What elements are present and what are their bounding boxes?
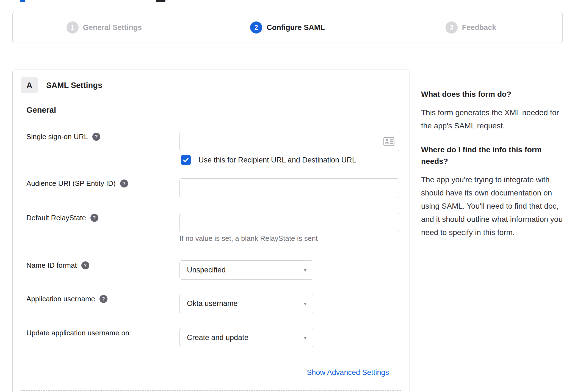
step-number-badge: 1 — [67, 21, 79, 34]
sso-checkbox-row[interactable]: Use this for Recipient URL and Destinati… — [181, 155, 356, 165]
section-title: SAML Settings — [46, 81, 102, 90]
help-icon[interactable]: ? — [99, 295, 107, 303]
cutoff-logo-fragment — [20, 0, 25, 2]
chevron-down-icon: ▾ — [304, 300, 306, 307]
help-answer-2: The app you're trying to integrate with … — [421, 173, 564, 239]
updateuser-label: Update application username on — [26, 329, 129, 337]
checkmark-icon — [183, 157, 189, 163]
updateuser-selected-value: Create and update — [187, 333, 248, 342]
relaystate-input[interactable] — [179, 213, 399, 232]
help-question-1: What does this form do? — [421, 89, 564, 100]
updateuser-label-row: Update application username on — [26, 329, 129, 337]
help-icon[interactable]: ? — [81, 261, 89, 269]
saml-settings-panel: A SAML Settings General Single sign-on U… — [12, 70, 410, 392]
relaystate-label-row: Default RelayState ? — [26, 214, 98, 222]
section-letter-badge: A — [21, 77, 38, 93]
sso-checkbox-label: Use this for Recipient URL and Destinati… — [198, 156, 356, 164]
dashed-section-divider — [21, 390, 401, 391]
sso-url-input[interactable] — [179, 132, 399, 151]
section-header: A SAML Settings — [21, 77, 102, 93]
step-number-badge: 3 — [446, 21, 458, 34]
contact-card-icon — [383, 137, 394, 146]
help-sidebar: What does this form do? This form genera… — [421, 89, 564, 251]
relaystate-hint: If no value is set, a blank RelayState i… — [179, 234, 318, 243]
sso-url-input-wrap — [179, 132, 399, 151]
sso-url-label-row: Single sign-on URL ? — [26, 132, 100, 141]
group-title-general: General — [26, 106, 56, 115]
wizard-stepper: 1 General Settings 2 Configure SAML 3 Fe… — [12, 12, 563, 43]
step-label: Configure SAML — [267, 23, 325, 32]
help-icon[interactable]: ? — [92, 133, 100, 141]
checkbox-checked-icon[interactable] — [181, 155, 191, 165]
step-general-settings[interactable]: 1 General Settings — [13, 12, 196, 43]
audience-uri-label: Audience URI (SP Entity ID) — [26, 179, 116, 188]
help-question-2: Where do I find the info this form needs… — [421, 144, 564, 167]
audience-uri-label-row: Audience URI (SP Entity ID) ? — [26, 179, 128, 188]
cutoff-control-fragment — [156, 0, 165, 2]
step-label: Feedback — [462, 23, 496, 32]
nameid-selected-value: Unspecified — [187, 266, 226, 274]
step-feedback[interactable]: 3 Feedback — [379, 12, 562, 43]
sso-url-label: Single sign-on URL — [26, 132, 88, 141]
nameid-label: Name ID format — [26, 261, 77, 270]
help-icon[interactable]: ? — [90, 214, 98, 222]
nameid-select[interactable]: Unspecified ▾ — [179, 260, 313, 280]
step-configure-saml[interactable]: 2 Configure SAML — [196, 12, 379, 43]
appuser-label: Application username — [26, 295, 95, 303]
step-label: General Settings — [83, 23, 142, 32]
step-number-badge: 2 — [250, 21, 262, 34]
appuser-select[interactable]: Okta username ▾ — [179, 294, 313, 313]
chevron-down-icon: ▾ — [304, 335, 306, 341]
chevron-down-icon: ▾ — [304, 267, 306, 273]
appuser-selected-value: Okta username — [187, 299, 238, 308]
show-advanced-settings-link[interactable]: Show Advanced Settings — [307, 368, 389, 377]
help-icon[interactable]: ? — [120, 180, 128, 187]
updateuser-select[interactable]: Create and update ▾ — [179, 328, 313, 347]
audience-uri-input[interactable] — [179, 178, 399, 198]
nameid-label-row: Name ID format ? — [26, 261, 89, 270]
help-answer-1: This form generates the XML needed for t… — [421, 106, 564, 132]
relaystate-label: Default RelayState — [26, 214, 86, 222]
appuser-label-row: Application username ? — [26, 295, 107, 303]
